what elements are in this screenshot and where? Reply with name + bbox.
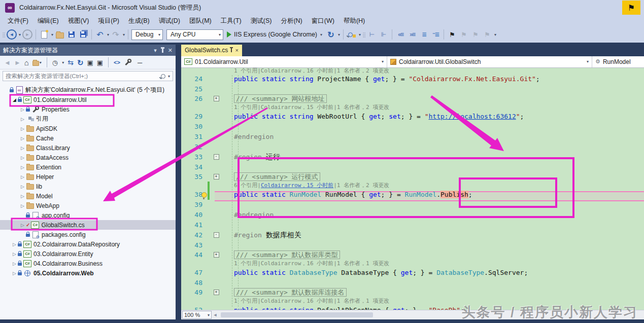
- menu-item-0[interactable]: 文件(F): [3, 16, 33, 26]
- expand-fold-icon[interactable]: +: [214, 290, 219, 295]
- glyph-margin[interactable]: [202, 94, 212, 103]
- clear-bookmarks-button[interactable]: ⚑: [482, 29, 492, 40]
- glyph-margin[interactable]: [202, 305, 212, 310]
- tree-item[interactable]: ▷05.Coldairarrow.Web: [0, 268, 176, 278]
- tree-item[interactable]: ◢C#01.Coldairarrow.Util: [0, 95, 176, 104]
- tree-expander-icon[interactable]: ▷: [19, 165, 26, 170]
- decrease-indent-button[interactable]: «≡: [395, 29, 405, 40]
- menu-item-8[interactable]: 测试(S): [246, 16, 277, 26]
- sync-with-active-document-button[interactable]: ⇆: [67, 59, 74, 66]
- properties-button[interactable]: [124, 59, 132, 66]
- glyph-margin[interactable]: [202, 68, 212, 74]
- member-dropdown[interactable]: ⚙ RunModel: [592, 56, 644, 67]
- tree-item[interactable]: ▷Extention: [0, 162, 176, 172]
- glyph-margin[interactable]: [202, 122, 212, 132]
- menu-item-9[interactable]: 分析(N): [276, 16, 307, 26]
- code-row[interactable]: 6 个引用|Coldairarrow，15 小时前|1 名作者，2 项更改: [181, 182, 644, 190]
- se-back-button[interactable]: ◄: [4, 59, 11, 66]
- scrollbar-thumb[interactable]: [221, 312, 373, 317]
- menu-item-1[interactable]: 编辑(E): [33, 16, 63, 26]
- code-row[interactable]: 1 个引用|Coldairarrow，16 小时前|1 名作者，1 项更改: [181, 260, 644, 268]
- se-forward-button[interactable]: ►: [14, 59, 21, 66]
- tree-expander-icon[interactable]: ▷: [19, 184, 26, 189]
- code-row[interactable]: 40#endregion: [181, 210, 644, 220]
- comment-button[interactable]: ≣: [419, 29, 429, 40]
- menu-item-11[interactable]: 帮助(H): [339, 16, 369, 26]
- code-row[interactable]: 43: [181, 240, 644, 250]
- navigate-back-button[interactable]: ◄: [7, 29, 17, 40]
- tree-expander-icon[interactable]: ▷: [19, 223, 26, 228]
- start-debugging-button[interactable]: IIS Express (Google Chrome) ▾: [225, 31, 324, 38]
- tree-item[interactable]: ▷Model: [0, 191, 176, 201]
- glyph-margin[interactable]: [202, 112, 212, 122]
- code-editor[interactable]: 1 个引用|Coldairarrow，16 小时前|1 名作者，2 项更改24p…: [181, 68, 644, 310]
- undo-button[interactable]: ↶: [95, 29, 105, 40]
- glyph-margin[interactable]: [202, 230, 212, 240]
- menu-item-4[interactable]: 生成(B): [124, 16, 154, 26]
- refresh-button-se[interactable]: ↻: [77, 59, 84, 66]
- undo-dropdown-icon[interactable]: ▾: [107, 32, 109, 37]
- fold-margin[interactable]: +: [212, 290, 221, 295]
- tree-expander-icon[interactable]: ▷: [19, 146, 26, 151]
- refresh-dropdown-icon[interactable]: ▾: [338, 32, 340, 37]
- tree-expander-icon[interactable]: ▷: [11, 271, 18, 276]
- tree-expander-icon[interactable]: ◢: [11, 97, 18, 102]
- code-row[interactable]: 48: [181, 278, 644, 288]
- glyph-margin[interactable]: [202, 103, 212, 112]
- scroll-left-icon[interactable]: ◄: [212, 312, 219, 317]
- new-file-button[interactable]: [39, 29, 49, 40]
- menu-item-5[interactable]: 调试(D): [154, 16, 185, 26]
- open-file-button[interactable]: [55, 29, 65, 40]
- tree-expander-icon[interactable]: ▷: [19, 117, 26, 122]
- tree-item[interactable]: ▷✓C#GlobalSwitch.cs: [0, 220, 176, 230]
- tree-item[interactable]: packages.config: [0, 230, 176, 239]
- solution-configuration-dropdown[interactable]: Debug▾: [131, 29, 163, 40]
- code-row[interactable]: 41: [181, 220, 644, 230]
- tree-item[interactable]: app.config: [0, 210, 176, 220]
- switch-views-button[interactable]: ▾: [32, 59, 42, 66]
- solution-explorer-header[interactable]: 解决方案资源管理器 ▾ ✕: [0, 45, 176, 56]
- code-row[interactable]: 49+/// <summary> 默认数据库连接名: [181, 288, 644, 297]
- redo-dropdown-icon[interactable]: ▾: [123, 32, 125, 37]
- tree-item[interactable]: ▷C#03.Coldairarrow.Entity: [0, 249, 176, 259]
- close-tab-icon[interactable]: ×: [235, 47, 238, 53]
- code-row[interactable]: 30: [181, 122, 644, 132]
- code-row[interactable]: 26+/// <summary> 网站根地址: [181, 94, 644, 103]
- tree-item[interactable]: ▷Cache: [0, 133, 176, 143]
- lightbulb-icon[interactable]: [201, 192, 207, 198]
- pending-changes-filter-button[interactable]: ◷: [52, 59, 58, 66]
- code-row[interactable]: 52public static string DefaultDbConName …: [181, 305, 644, 310]
- glyph-margin[interactable]: [202, 220, 212, 230]
- tab-globalswitch[interactable]: GlobalSwitch.cs ×: [181, 45, 242, 56]
- collapse-fold-icon[interactable]: -: [214, 232, 219, 238]
- glyph-margin[interactable]: [202, 268, 212, 278]
- redo-button[interactable]: ↷: [111, 29, 121, 40]
- toolbar-overflow-icon[interactable]: ▾: [359, 32, 361, 37]
- glyph-margin[interactable]: [202, 74, 212, 84]
- menu-item-6[interactable]: 团队(M): [185, 16, 216, 26]
- tree-item[interactable]: ▷lib: [0, 182, 176, 191]
- filter-dropdown-icon[interactable]: ▾: [62, 60, 64, 65]
- glyph-margin[interactable]: [202, 142, 212, 152]
- code-row[interactable]: 47public static DatabaseType DatabaseTyp…: [181, 268, 644, 278]
- glyph-margin[interactable]: [202, 190, 212, 200]
- fold-margin[interactable]: -: [212, 154, 221, 160]
- code-row[interactable]: 1 个引用|Coldairarrow，16 小时前|1 名作者，1 项更改: [181, 297, 644, 305]
- home-button[interactable]: ⌂: [24, 59, 29, 66]
- show-all-files-button[interactable]: ▣: [97, 59, 103, 66]
- tree-expander-icon[interactable]: ▷: [19, 126, 26, 131]
- code-row[interactable]: 29public static string WebRootUrl { get;…: [181, 112, 644, 122]
- expand-fold-icon[interactable]: +: [214, 174, 219, 180]
- view-code-button[interactable]: <>: [114, 60, 120, 65]
- code-token-url[interactable]: http://localhost:63612: [429, 113, 516, 120]
- new-file-dropdown-icon[interactable]: ▾: [51, 32, 53, 37]
- glyph-margin[interactable]: [202, 288, 212, 297]
- fold-margin[interactable]: +: [212, 96, 221, 101]
- window-position-dropdown-icon[interactable]: ▾: [154, 47, 157, 54]
- tree-item[interactable]: ▷引用: [0, 114, 176, 124]
- navigate-forward-button[interactable]: ►: [22, 29, 32, 40]
- search-options-dropdown-icon[interactable]: ▾: [168, 74, 170, 79]
- code-row[interactable]: 25: [181, 84, 644, 94]
- tree-expander-icon[interactable]: ▷: [11, 242, 18, 247]
- code-row[interactable]: 24public static string ProjectName { get…: [181, 74, 644, 84]
